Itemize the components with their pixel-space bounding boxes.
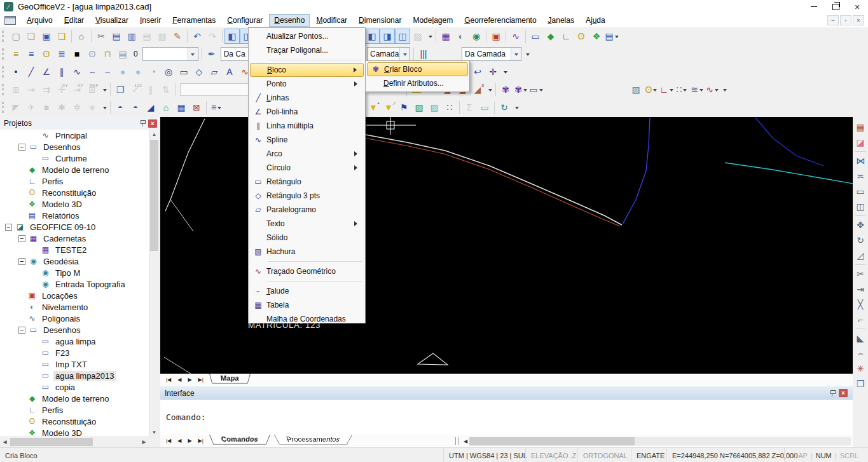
calc-points-button[interactable]: ✓123 [128,82,143,97]
toggle-grid-panel-button[interactable]: ◨ [380,29,395,44]
pin-icon[interactable] [829,390,836,397]
swap-updown-button[interactable]: ⇅ [158,82,174,97]
region-button[interactable]: ■ [39,100,54,115]
menu-item-circulo[interactable]: Círculo [250,161,364,175]
menu-item-retangulo[interactable]: ▭Retângulo [250,175,364,189]
hatch-green-button[interactable]: ▨ [411,100,427,115]
geo-paste-button[interactable]: ❒ [113,82,128,97]
fillet-button[interactable]: ⌢ [854,346,867,360]
menu-item-spline[interactable]: ∿Spline [250,133,364,147]
menu-ajuda[interactable]: Ajuda [581,14,610,27]
tree-item-modelo-3d[interactable]: ❖Modelo 3D [0,198,149,210]
parallelogram-button[interactable]: ▱ [207,64,222,79]
mirror-button[interactable]: ⋈ [854,154,867,168]
zoom-previous-button[interactable]: ↩ [470,64,485,79]
status-ortho-toggle[interactable]: ORTOGONAL [577,448,633,462]
extend-button[interactable]: ⇥ [854,282,867,296]
tree-item-tipo-m[interactable]: ◉Tipo M [0,267,149,278]
menu-item-talude[interactable]: ⌢Talude [250,284,364,298]
menu-ferramentas[interactable]: Ferramentas [167,14,221,27]
menu-item-texto[interactable]: Texto [250,217,364,231]
text-button[interactable]: A [222,64,237,79]
command-output[interactable]: Comando: [160,400,853,435]
menu-modelagem[interactable]: Modelagem [408,14,458,27]
move-button[interactable]: ✥ [854,218,867,232]
select-button[interactable]: ◤ [8,100,24,115]
chevron-down-icon[interactable] [511,48,521,60]
panels-overflow-button[interactable] [425,29,434,44]
modelo-terreno-button[interactable]: ◆ [543,29,558,44]
tree-item-perfis[interactable]: ∟Perfis [0,404,149,416]
menu-item-tracar-poligonal[interactable]: Traçar Poligonal... [250,43,364,57]
scrollbar-thumb[interactable] [469,437,635,445]
tree-item-f23[interactable]: ▭F23 [0,347,149,358]
spline-button[interactable]: ∿ [69,64,85,79]
menu-configurar[interactable]: Configurar [222,14,268,27]
cadernetas-button[interactable]: ▦ [438,29,453,44]
line-weight-combo[interactable]: Camada [367,47,410,61]
refresh-button[interactable]: ↻ [497,100,512,115]
color-swatch-button[interactable]: ■ [69,46,85,62]
tools-overflow-button[interactable] [512,100,520,115]
menu-item-paralelogramo[interactable]: ▱Paralelogramo [250,203,364,217]
mdi-minimize-button[interactable]: – [827,15,839,25]
layers-all-button[interactable]: ≣ [54,46,69,62]
slope-overflow-button[interactable] [485,82,493,97]
home-button[interactable]: ⌂ [74,29,89,44]
tree-item-nivelamento[interactable]: ◐Nivelamento [0,301,149,313]
splitter-handle[interactable] [455,437,459,445]
scrollbar-thumb[interactable] [10,438,93,446]
last-tab-button[interactable]: ▶| [195,374,207,386]
open-file-button[interactable]: ❏ [24,29,39,44]
menu-item-linha-multipla[interactable]: ∥Linha múltipla [250,119,364,133]
scroll-left-icon[interactable]: ◀ [462,438,469,444]
circle-2pts-button[interactable]: ● [130,64,146,79]
next-tab-button[interactable]: ▶ [184,435,195,447]
menu-visualizar[interactable]: Visualizar [90,14,134,27]
collapse-icon[interactable] [18,144,25,151]
z-point-button[interactable]: ✱ [54,100,69,115]
filter-edit-button[interactable]: ▼∕ [381,100,396,115]
move-block-button[interactable]: ⇥ [24,82,39,97]
new-layer-button[interactable]: ≡ [8,46,24,62]
rectangle-3pts-button[interactable]: ◇ [191,64,207,79]
tab-mapa[interactable]: Mapa [209,374,251,384]
save-button[interactable]: ▣ [39,29,54,44]
tree-item-geodesia[interactable]: ◉Geodésia [0,255,149,267]
menu-item-retangulo-3-pts[interactable]: ◇Retângulo 3 pts [250,189,364,203]
tree-item-teste2[interactable]: ▦TESTE2 [0,244,149,255]
z-point2-button[interactable]: ✲ [69,100,85,115]
terrain-table-button[interactable]: ▦ [174,100,189,115]
menu-modificar[interactable]: Modificar [311,14,352,27]
toggle-extra-panel-button[interactable]: ▨ [410,29,425,44]
restore-button[interactable] [825,0,846,13]
slope-3-button[interactable]: ◢3 [470,82,485,97]
desenhos-button[interactable]: ▭ [528,29,543,44]
tree-item-reconstituicao[interactable]: ʘReconstituição [0,416,149,427]
rectangle-button[interactable]: ▭ [176,64,191,79]
squiggle-button[interactable]: ∿ [705,82,720,97]
collapse-icon[interactable] [18,235,25,242]
tree-item-reconstituicao[interactable]: ʘReconstituição [0,187,149,198]
select-overflow-button[interactable] [100,100,108,115]
scroll-up-icon[interactable]: ▲ [149,130,159,139]
cut-button[interactable]: ✂ [93,29,109,44]
image-button[interactable]: ▨ [628,82,644,97]
profile-tool-button[interactable]: ∟ [659,82,674,97]
menu-item-solido[interactable]: Sólido [250,231,364,245]
tree-item-desenhos[interactable]: ▭Desenhos [0,324,149,336]
scroll-down-icon[interactable]: ▼ [149,428,159,437]
tree-item-perfis[interactable]: ∟Perfis [0,175,149,187]
circle-radius-button[interactable]: ◔ [146,64,161,79]
open-project-button[interactable]: ❏ [54,29,69,44]
menu-janelas[interactable]: Janelas [543,14,579,27]
chamfer-button[interactable]: ◣ [854,331,867,345]
copy-button[interactable]: ▤ [109,29,124,44]
tree-item-principal[interactable]: ∿Principal [0,130,149,141]
edit-colors-button[interactable]: ▦ [854,120,867,134]
tree-item-poligonais[interactable]: ∿Poligonais [0,313,149,324]
mdi-close-button[interactable]: × [853,15,864,25]
mdi-window-icon[interactable] [4,16,16,25]
multiline-button[interactable]: ∥ [54,64,69,79]
insert-block-button[interactable]: ⊞ [8,82,24,97]
